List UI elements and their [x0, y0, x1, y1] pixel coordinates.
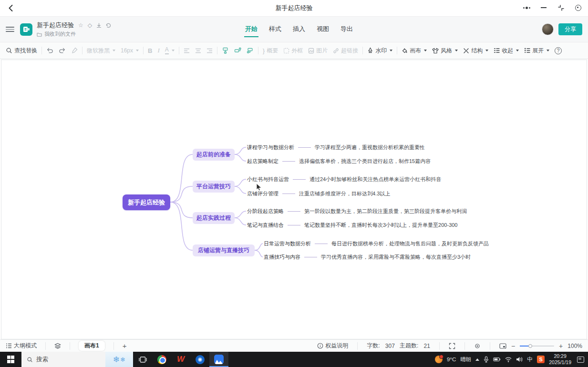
child-topic[interactable]: 笔记与直播结合 — [247, 222, 284, 229]
task-view-button[interactable] — [133, 352, 152, 367]
add-canvas-button[interactable]: + — [123, 342, 127, 350]
layers-icon[interactable] — [54, 343, 61, 349]
child-desc[interactable]: 注重店铺多维度评分，目标达到4.3以上 — [299, 190, 390, 197]
italic-button[interactable]: I — [157, 47, 159, 54]
child-desc[interactable]: 选择偏低客单价，挑选三个类目进行起店，制作15篇内容 — [299, 158, 431, 165]
zoom-slider[interactable] — [520, 346, 554, 347]
tag-icon[interactable]: ◇ — [88, 22, 92, 28]
tab-start[interactable]: 开始 — [244, 22, 258, 37]
close-icon[interactable] — [573, 2, 583, 13]
align-left-button[interactable] — [184, 48, 190, 53]
app-logo-icon[interactable] — [20, 23, 32, 36]
blue-app-icon[interactable] — [190, 352, 209, 367]
style-button[interactable]: 风格 — [432, 47, 458, 55]
image-button[interactable]: 图片 — [308, 47, 328, 55]
structure-button[interactable]: 结构 — [463, 47, 488, 55]
child-desc[interactable]: 通过24小时加够粉丝和关注热点榜单来运营小红书和抖音 — [309, 176, 441, 183]
restore-icon[interactable] — [556, 2, 566, 13]
bold-button[interactable]: B — [148, 47, 152, 54]
ime-indicator[interactable]: 中 — [527, 356, 533, 364]
collapse-button[interactable]: 收起 — [494, 47, 519, 55]
insert-child-topic-button[interactable] — [222, 47, 229, 54]
branch-node-4[interactable]: 店铺运营与直播技巧 — [193, 245, 255, 256]
watermark-button[interactable]: 水印 — [367, 47, 392, 55]
child-desc[interactable]: 第一阶段以数量为主，第二阶段注重质量，第三阶段提升客单价与利润 — [304, 208, 467, 215]
mindmap-canvas[interactable]: 新手起店经验 起店前的准备 平台运营技巧 起店实践过程 店铺运营与直播技巧 课程… — [1, 60, 587, 339]
rights-info-button[interactable]: 权益说明 — [317, 342, 348, 350]
share-button[interactable]: 分享 — [558, 23, 582, 35]
redo-button[interactable] — [59, 47, 66, 54]
frame-button[interactable]: 外框 — [283, 47, 303, 55]
volume-icon[interactable] — [516, 357, 523, 362]
wifi-icon[interactable] — [505, 357, 512, 362]
brace-icon: } — [263, 47, 265, 54]
battery-icon[interactable] — [493, 357, 501, 362]
expand-button[interactable]: 展开 — [524, 47, 549, 55]
taskbar-search-input[interactable]: 搜索 — [21, 352, 105, 367]
chrome-icon[interactable] — [152, 352, 171, 367]
start-button[interactable] — [0, 352, 21, 367]
zoom-in-button[interactable]: + — [559, 342, 563, 350]
format-painter-button[interactable] — [71, 47, 78, 54]
font-family-select[interactable]: 微软雅黑 — [87, 47, 115, 55]
info-icon — [317, 343, 323, 349]
zoom-out-button[interactable]: − — [511, 342, 515, 350]
hyperlink-button[interactable]: 超链接 — [333, 47, 358, 55]
tab-style[interactable]: 样式 — [268, 22, 282, 37]
child-topic[interactable]: 小红书与抖音运营 — [247, 176, 289, 183]
align-right-button[interactable] — [206, 48, 213, 53]
taskbar-clock[interactable]: 20:29 2025/1/19 — [549, 353, 571, 365]
tab-view[interactable]: 视图 — [316, 22, 330, 37]
canvas-tab[interactable]: 画布1 — [79, 341, 105, 351]
file-location[interactable]: 我收到的文件 — [44, 31, 76, 38]
download-icon[interactable] — [96, 23, 102, 28]
insert-sibling-topic-button[interactable] — [234, 47, 241, 54]
child-topic[interactable]: 课程学习与数据分析 — [247, 144, 294, 151]
branch-node-1[interactable]: 起店前的准备 — [193, 149, 235, 161]
sogou-icon[interactable]: S — [537, 356, 545, 363]
microphone-icon[interactable] — [484, 356, 489, 363]
weather-alert-icon[interactable] — [435, 356, 443, 363]
child-topic[interactable]: 日常运营与数据分析 — [264, 240, 311, 247]
insert-parent-topic-button[interactable] — [247, 47, 254, 54]
align-center-button[interactable] — [195, 48, 201, 53]
child-topic[interactable]: 起店策略制定 — [247, 158, 279, 165]
help-icon[interactable]: ? — [555, 47, 562, 54]
branch-node-2[interactable]: 平台运营技巧 — [193, 181, 235, 193]
child-desc[interactable]: 学习优秀直播内容，采用露脸与不露脸策略，每次直播至少3小时 — [321, 254, 471, 261]
fullscreen-icon[interactable] — [449, 343, 455, 349]
font-color-button[interactable]: A — [165, 47, 175, 54]
canvas-button[interactable]: 画布 — [402, 47, 427, 55]
weather-text[interactable]: 晴朗 — [460, 356, 471, 363]
favorite-star-icon[interactable]: ☆ — [78, 22, 83, 28]
notification-center-icon[interactable] — [577, 357, 584, 363]
user-avatar[interactable] — [542, 23, 554, 35]
mindmap-app-icon[interactable] — [209, 352, 228, 367]
locate-center-icon[interactable] — [474, 343, 481, 349]
font-size-select[interactable]: 16px — [121, 47, 139, 54]
child-desc[interactable]: 每日进行数据榜单分析，处理物流与售后问题，及时更新负反馈产品 — [331, 240, 489, 247]
minimap-icon[interactable] — [499, 343, 506, 349]
child-topic[interactable]: 店铺评分管理 — [247, 190, 279, 197]
tab-insert[interactable]: 插入 — [292, 22, 306, 37]
undo-button[interactable] — [46, 47, 53, 54]
summary-button[interactable]: }概要 — [263, 47, 278, 55]
menu-icon[interactable] — [6, 25, 14, 34]
tab-export[interactable]: 导出 — [340, 22, 354, 37]
mindmap-root-node[interactable]: 新手起店经验 — [123, 194, 170, 210]
child-topic[interactable]: 分阶段起店策略 — [247, 208, 284, 215]
find-replace-button[interactable]: 查找替换 — [6, 47, 37, 55]
branch-node-3[interactable]: 起店实践过程 — [193, 212, 235, 224]
child-desc[interactable]: 学习课程至少两遍，重视数据分析积累的重要性 — [315, 144, 425, 151]
snowflake-icon: ❄ — [113, 355, 120, 365]
temperature[interactable]: 9°C — [447, 357, 456, 362]
hidden-icons-chevron[interactable] — [475, 358, 479, 361]
outline-mode-button[interactable]: 大纲模式 — [6, 342, 37, 350]
more-icon[interactable] — [521, 2, 532, 13]
wps-icon[interactable]: W — [171, 352, 190, 367]
history-icon[interactable] — [106, 23, 111, 28]
child-desc[interactable]: 笔记数量坚持不断，直播时长每次3小时以上，提升单量至200-300 — [304, 222, 458, 229]
minimize-icon[interactable] — [538, 2, 549, 13]
child-topic[interactable]: 直播技巧与内容 — [264, 254, 300, 261]
weather-widget[interactable]: ❄❄ — [105, 352, 133, 367]
